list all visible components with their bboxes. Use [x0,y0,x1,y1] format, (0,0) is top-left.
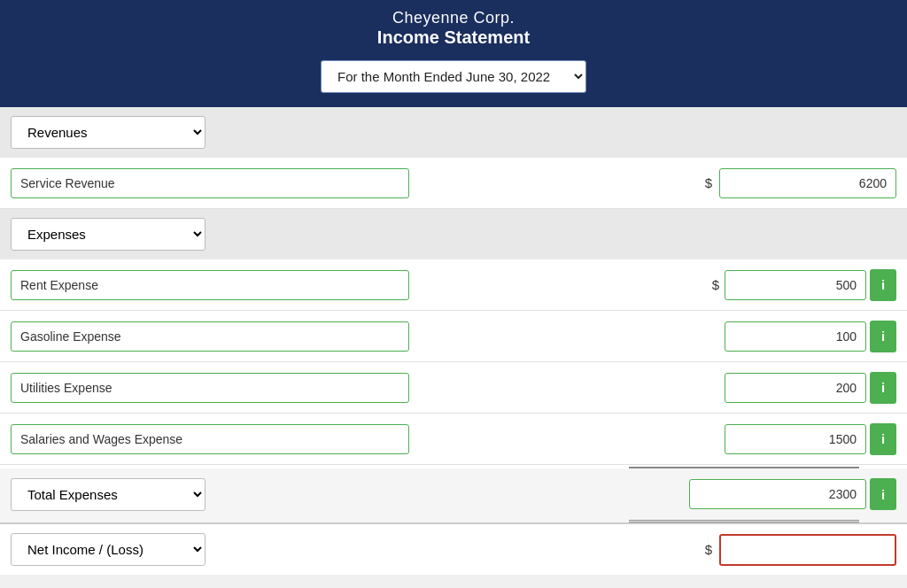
total-expenses-value[interactable] [689,479,866,509]
revenues-dropdown[interactable]: Revenues [11,116,205,149]
salaries-expense-value-group: i [725,423,896,455]
gasoline-expense-row: i [0,311,907,362]
salaries-expense-value[interactable] [725,424,866,454]
salaries-expense-row: i [0,414,907,465]
utilities-expense-info-button[interactable]: i [870,372,896,404]
rent-expense-row: $ i [0,259,907,311]
service-revenue-row: $ [0,158,907,209]
salaries-expense-label[interactable] [11,424,409,454]
net-income-value[interactable] [719,534,896,566]
gasoline-expense-info-button[interactable]: i [870,321,896,352]
net-income-dropdown[interactable]: Net Income / (Loss) [11,533,205,566]
total-expenses-info-button[interactable]: i [870,478,896,510]
utilities-expense-row: i [0,362,907,414]
net-income-dollar: $ [705,542,712,557]
revenues-section-row: Revenues [0,107,907,158]
company-name: Cheyenne Corp. [0,9,907,27]
rent-expense-value-group: i [725,269,896,301]
expenses-section-row: Expenses [0,209,907,259]
utilities-expense-value-group: i [725,372,896,404]
period-selector[interactable]: For the Month Ended June 30, 2022 [321,60,586,93]
total-expenses-value-group: i [689,478,896,510]
total-expenses-dropdown[interactable]: Total Expenses [11,478,205,511]
salaries-expense-info-button[interactable]: i [870,423,896,455]
rent-expense-dollar: $ [712,277,719,292]
rent-expense-label[interactable] [11,270,409,300]
gasoline-expense-value-group: i [725,321,896,352]
rent-expense-value[interactable] [725,270,866,300]
service-revenue-label[interactable] [11,168,409,198]
expenses-dropdown[interactable]: Expenses [11,218,205,251]
header: Cheyenne Corp. Income Statement [0,0,907,60]
statement-title: Income Statement [0,27,907,48]
period-selector-row: For the Month Ended June 30, 2022 [0,60,907,107]
utilities-expense-value[interactable] [725,373,866,403]
total-expenses-row: Total Expenses i [0,468,907,520]
service-revenue-value[interactable] [719,168,896,198]
utilities-expense-label[interactable] [11,373,409,403]
net-income-row: Net Income / (Loss) $ [0,522,907,575]
service-revenue-dollar: $ [705,175,712,190]
gasoline-expense-label[interactable] [11,321,409,352]
rent-expense-info-button[interactable]: i [870,269,896,301]
gasoline-expense-value[interactable] [725,321,866,352]
